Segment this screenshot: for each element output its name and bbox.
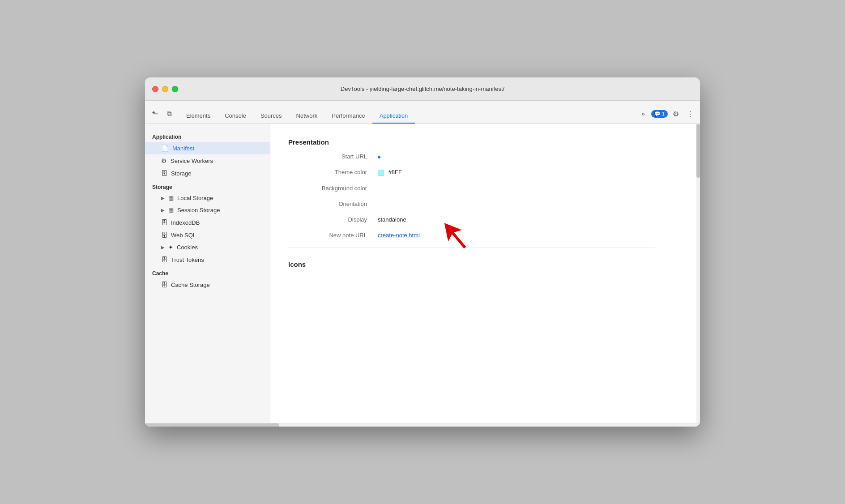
scrollbar-thumb[interactable] bbox=[696, 124, 700, 178]
inspect-icon[interactable]: ⬑ bbox=[149, 107, 161, 120]
web-sql-icon: 🗄 bbox=[161, 231, 167, 239]
row-background-color: Background color bbox=[288, 185, 655, 192]
label-orientation: Orientation bbox=[288, 201, 378, 207]
local-storage-icon: ▦ bbox=[168, 195, 174, 201]
tab-application[interactable]: Application bbox=[372, 109, 415, 124]
sidebar-storage-label: Storage bbox=[171, 170, 192, 177]
sidebar-item-cookies[interactable]: ▶ ✦ Cookies bbox=[145, 241, 270, 253]
traffic-lights bbox=[152, 86, 178, 92]
row-start-url: Start URL bbox=[288, 153, 655, 160]
tab-network[interactable]: Network bbox=[289, 109, 325, 124]
devtools-window: DevTools - yielding-large-chef.glitch.me… bbox=[145, 77, 700, 427]
label-display: Display bbox=[288, 216, 378, 223]
sidebar-item-web-sql[interactable]: 🗄 Web SQL bbox=[145, 229, 270, 241]
sidebar-local-storage-label: Local Storage bbox=[177, 195, 213, 201]
devtools-icons: ⬑ ⧉ bbox=[149, 107, 175, 124]
value-theme-color: #8FF bbox=[378, 169, 402, 176]
row-orientation: Orientation bbox=[288, 201, 655, 207]
label-start-url: Start URL bbox=[288, 153, 378, 160]
presentation-title: Presentation bbox=[288, 135, 655, 146]
sidebar-section-storage: Storage bbox=[145, 181, 270, 192]
maximize-button[interactable] bbox=[172, 86, 178, 92]
sidebar-cookies-label: Cookies bbox=[177, 244, 198, 251]
sidebar-section-cache: Cache bbox=[145, 268, 270, 278]
theme-color-swatch bbox=[378, 170, 384, 176]
expand-icon: ▶ bbox=[161, 196, 165, 201]
cookies-icon: ✦ bbox=[168, 244, 173, 251]
session-storage-icon: ▦ bbox=[168, 207, 174, 214]
value-display: standalone bbox=[378, 216, 406, 223]
row-theme-color: Theme color #8FF bbox=[288, 169, 655, 176]
sidebar-item-indexeddb[interactable]: 🗄 IndexedDB bbox=[145, 216, 270, 229]
horizontal-scrollbar[interactable] bbox=[145, 423, 700, 427]
minimize-button[interactable] bbox=[162, 86, 168, 92]
window-title: DevTools - yielding-large-chef.glitch.me… bbox=[341, 85, 504, 92]
storage-icon: 🗄 bbox=[161, 170, 167, 177]
start-url-dot bbox=[378, 156, 380, 158]
more-tabs-button[interactable]: » bbox=[637, 107, 649, 120]
sidebar-manifest-label: Manifest bbox=[172, 145, 194, 152]
toolbar: ⬑ ⧉ Elements Console Sources Network Per… bbox=[145, 101, 700, 124]
notifications-badge[interactable]: 💬1 bbox=[651, 110, 668, 118]
main-tabs: Elements Console Sources Network Perform… bbox=[179, 109, 637, 124]
sidebar-service-workers-label: Service Workers bbox=[171, 158, 213, 164]
sidebar-item-storage[interactable]: 🗄 Storage bbox=[145, 167, 270, 179]
label-theme-color: Theme color bbox=[288, 169, 378, 175]
svg-marker-1 bbox=[438, 218, 472, 253]
close-button[interactable] bbox=[152, 86, 158, 92]
icons-title: Icons bbox=[288, 257, 655, 268]
device-icon[interactable]: ⧉ bbox=[163, 107, 175, 120]
vertical-scrollbar[interactable] bbox=[696, 124, 700, 423]
red-arrow-annotation bbox=[431, 218, 472, 259]
theme-color-text: #8FF bbox=[388, 169, 402, 175]
label-background-color: Background color bbox=[288, 185, 378, 192]
sidebar-indexeddb-label: IndexedDB bbox=[171, 219, 200, 226]
sidebar-trust-tokens-label: Trust Tokens bbox=[171, 256, 204, 263]
value-new-note-url[interactable]: create-note.html bbox=[378, 232, 420, 239]
section-divider bbox=[288, 248, 655, 248]
content-inner: Presentation Start URL Theme color #8FF bbox=[270, 124, 673, 286]
more-options-button[interactable]: ⋮ bbox=[684, 107, 696, 120]
toolbar-right: » 💬1 ⚙ ⋮ bbox=[637, 107, 696, 124]
expand-icon: ▶ bbox=[161, 208, 165, 213]
hscrollbar-thumb[interactable] bbox=[145, 423, 279, 427]
sidebar-cache-storage-label: Cache Storage bbox=[171, 282, 210, 288]
tab-sources[interactable]: Sources bbox=[253, 109, 289, 124]
sidebar: Application 📄 Manifest ⚙ Service Workers… bbox=[145, 124, 270, 423]
service-workers-icon: ⚙ bbox=[161, 157, 167, 164]
row-display: Display standalone bbox=[288, 216, 655, 223]
sidebar-section-application: Application bbox=[145, 131, 270, 142]
main-area: Application 📄 Manifest ⚙ Service Workers… bbox=[145, 124, 700, 423]
row-new-note-url: New note URL create-note.html bbox=[288, 232, 655, 239]
trust-tokens-icon: 🗄 bbox=[161, 256, 167, 263]
sidebar-item-local-storage[interactable]: ▶ ▦ Local Storage bbox=[145, 192, 270, 204]
value-start-url bbox=[378, 153, 380, 160]
expand-icon: ▶ bbox=[161, 245, 165, 250]
indexeddb-icon: 🗄 bbox=[161, 219, 167, 226]
sidebar-item-manifest[interactable]: 📄 Manifest bbox=[145, 142, 270, 154]
sidebar-item-service-workers[interactable]: ⚙ Service Workers bbox=[145, 154, 270, 167]
sidebar-web-sql-label: Web SQL bbox=[171, 232, 196, 239]
sidebar-item-trust-tokens[interactable]: 🗄 Trust Tokens bbox=[145, 253, 270, 266]
label-new-note-url: New note URL bbox=[288, 232, 378, 239]
tab-performance[interactable]: Performance bbox=[324, 109, 372, 124]
tab-elements[interactable]: Elements bbox=[179, 109, 218, 124]
sidebar-item-cache-storage[interactable]: 🗄 Cache Storage bbox=[145, 278, 270, 291]
manifest-icon: 📄 bbox=[161, 145, 169, 152]
sidebar-item-session-storage[interactable]: ▶ ▦ Session Storage bbox=[145, 204, 270, 216]
cache-storage-icon: 🗄 bbox=[161, 281, 167, 288]
tab-console[interactable]: Console bbox=[218, 109, 253, 124]
titlebar: DevTools - yielding-large-chef.glitch.me… bbox=[145, 77, 700, 101]
sidebar-session-storage-label: Session Storage bbox=[177, 207, 220, 214]
content-panel: Presentation Start URL Theme color #8FF bbox=[270, 124, 700, 423]
settings-button[interactable]: ⚙ bbox=[670, 107, 682, 120]
